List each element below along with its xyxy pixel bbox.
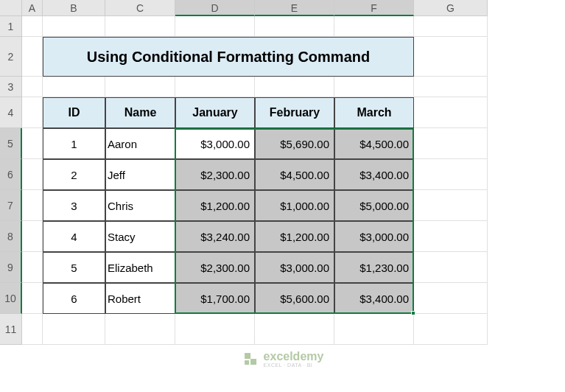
row-header-3[interactable]: 3 bbox=[0, 77, 22, 97]
select-all-corner[interactable] bbox=[0, 0, 22, 16]
row-header-9[interactable]: 9 bbox=[0, 252, 22, 283]
header-id[interactable]: ID bbox=[43, 97, 105, 128]
title-cell[interactable]: Using Conditional Formatting Command bbox=[43, 37, 414, 77]
spreadsheet-grid[interactable]: A B C D E F G 1 2 Using Conditional Form… bbox=[0, 0, 565, 345]
cell-F9[interactable]: $1,230.00 bbox=[334, 252, 414, 283]
cell-B11[interactable] bbox=[43, 314, 105, 345]
cell-G3[interactable] bbox=[414, 77, 488, 97]
cell-A8[interactable] bbox=[22, 221, 43, 252]
cell-B7[interactable]: 3 bbox=[43, 190, 105, 221]
cell-D8[interactable]: $3,240.00 bbox=[175, 221, 255, 252]
col-header-B[interactable]: B bbox=[43, 0, 105, 16]
cell-G10[interactable] bbox=[414, 283, 488, 314]
header-name[interactable]: Name bbox=[105, 97, 175, 128]
header-feb[interactable]: February bbox=[255, 97, 334, 128]
cell-E8[interactable]: $1,200.00 bbox=[255, 221, 334, 252]
cell-C1[interactable] bbox=[105, 16, 175, 37]
cell-A5[interactable] bbox=[22, 128, 43, 159]
cell-A1[interactable] bbox=[22, 16, 43, 37]
col-header-F[interactable]: F bbox=[334, 0, 414, 16]
cell-F8[interactable]: $3,000.00 bbox=[334, 221, 414, 252]
cell-F10[interactable]: $3,400.00 bbox=[334, 283, 414, 314]
cell-G1[interactable] bbox=[414, 16, 488, 37]
row-header-2[interactable]: 2 bbox=[0, 37, 22, 77]
col-header-A[interactable]: A bbox=[22, 0, 43, 16]
cell-A7[interactable] bbox=[22, 190, 43, 221]
cell-G11[interactable] bbox=[414, 314, 488, 345]
cell-F5[interactable]: $4,500.00 bbox=[334, 128, 414, 159]
cell-D9[interactable]: $2,300.00 bbox=[175, 252, 255, 283]
cell-A6[interactable] bbox=[22, 159, 43, 190]
cell-C6[interactable]: Jeff bbox=[105, 159, 175, 190]
cell-F7[interactable]: $5,000.00 bbox=[334, 190, 414, 221]
cell-A11[interactable] bbox=[22, 314, 43, 345]
exceldemy-logo-icon bbox=[242, 350, 259, 368]
cell-B9[interactable]: 5 bbox=[43, 252, 105, 283]
cell-G6[interactable] bbox=[414, 159, 488, 190]
cell-E9[interactable]: $3,000.00 bbox=[255, 252, 334, 283]
col-header-C[interactable]: C bbox=[105, 0, 175, 16]
cell-E11[interactable] bbox=[255, 314, 334, 345]
cell-A10[interactable] bbox=[22, 283, 43, 314]
cell-D10[interactable]: $1,700.00 bbox=[175, 283, 255, 314]
cell-G7[interactable] bbox=[414, 190, 488, 221]
cell-G5[interactable] bbox=[414, 128, 488, 159]
cell-G2[interactable] bbox=[414, 37, 488, 77]
cell-B5[interactable]: 1 bbox=[43, 128, 105, 159]
row-header-7[interactable]: 7 bbox=[0, 190, 22, 221]
cell-C3[interactable] bbox=[105, 77, 175, 97]
row-header-4[interactable]: 4 bbox=[0, 97, 22, 128]
row-header-8[interactable]: 8 bbox=[0, 221, 22, 252]
watermark-main: exceldemy bbox=[264, 351, 324, 363]
cell-D7[interactable]: $1,200.00 bbox=[175, 190, 255, 221]
cell-C8[interactable]: Stacy bbox=[105, 221, 175, 252]
cell-E1[interactable] bbox=[255, 16, 334, 37]
cell-D3[interactable] bbox=[175, 77, 255, 97]
cell-D6[interactable]: $2,300.00 bbox=[175, 159, 255, 190]
cell-G4[interactable] bbox=[414, 97, 488, 128]
cell-G9[interactable] bbox=[414, 252, 488, 283]
cell-F11[interactable] bbox=[334, 314, 414, 345]
row-header-11[interactable]: 11 bbox=[0, 314, 22, 345]
cell-E7[interactable]: $1,000.00 bbox=[255, 190, 334, 221]
cell-G8[interactable] bbox=[414, 221, 488, 252]
cell-B1[interactable] bbox=[43, 16, 105, 37]
header-mar[interactable]: March bbox=[334, 97, 414, 128]
cell-E3[interactable] bbox=[255, 77, 334, 97]
cell-B6[interactable]: 2 bbox=[43, 159, 105, 190]
watermark-sub: EXCEL · DATA · BI bbox=[264, 363, 324, 368]
cell-C11[interactable] bbox=[105, 314, 175, 345]
cell-F1[interactable] bbox=[334, 16, 414, 37]
row-header-5[interactable]: 5 bbox=[0, 128, 22, 159]
cell-D11[interactable] bbox=[175, 314, 255, 345]
cell-C7[interactable]: Chris bbox=[105, 190, 175, 221]
row-header-10[interactable]: 10 bbox=[0, 283, 22, 314]
cell-A2[interactable] bbox=[22, 37, 43, 77]
cell-E5[interactable]: $5,690.00 bbox=[255, 128, 334, 159]
cell-A3[interactable] bbox=[22, 77, 43, 97]
cell-B3[interactable] bbox=[43, 77, 105, 97]
cell-C5[interactable]: Aaron bbox=[105, 128, 175, 159]
row-header-6[interactable]: 6 bbox=[0, 159, 22, 190]
cell-E6[interactable]: $4,500.00 bbox=[255, 159, 334, 190]
row-header-1[interactable]: 1 bbox=[0, 16, 22, 37]
col-header-D[interactable]: D bbox=[175, 0, 255, 16]
cell-F3[interactable] bbox=[334, 77, 414, 97]
cell-C10[interactable]: Robert bbox=[105, 283, 175, 314]
cell-C9[interactable]: Elizabeth bbox=[105, 252, 175, 283]
col-header-G[interactable]: G bbox=[414, 0, 488, 16]
cell-A4[interactable] bbox=[22, 97, 43, 128]
cell-B10[interactable]: 6 bbox=[43, 283, 105, 314]
header-jan[interactable]: January bbox=[175, 97, 255, 128]
cell-D1[interactable] bbox=[175, 16, 255, 37]
cell-D5[interactable]: $3,000.00 bbox=[175, 128, 255, 159]
cell-E10[interactable]: $5,600.00 bbox=[255, 283, 334, 314]
col-header-E[interactable]: E bbox=[255, 0, 334, 16]
cell-F6[interactable]: $3,400.00 bbox=[334, 159, 414, 190]
cell-B8[interactable]: 4 bbox=[43, 221, 105, 252]
watermark: exceldemy EXCEL · DATA · BI bbox=[242, 350, 324, 368]
cell-A9[interactable] bbox=[22, 252, 43, 283]
